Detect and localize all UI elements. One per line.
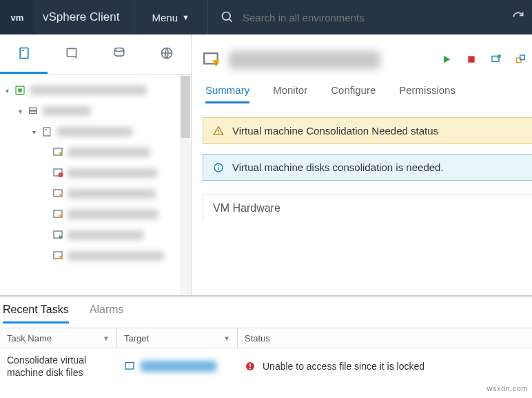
task-status-text: Unable to access file since it is locked bbox=[263, 361, 424, 372]
vm-running-icon bbox=[52, 230, 63, 241]
tree-row-vm[interactable] bbox=[3, 225, 191, 246]
task-row[interactable]: Consolidate virtual machine disk files U… bbox=[0, 348, 532, 379]
tree-row-host[interactable]: ▾ bbox=[3, 121, 191, 142]
tree-label-redacted bbox=[68, 148, 150, 157]
tab-summary[interactable]: Summary bbox=[205, 84, 249, 103]
column-status[interactable]: Status bbox=[238, 328, 532, 348]
info-icon bbox=[213, 162, 224, 173]
svg-rect-10 bbox=[30, 111, 37, 113]
column-label: Status bbox=[245, 333, 270, 344]
task-status-cell: Unable to access file since it is locked bbox=[238, 361, 532, 372]
migrate-icon bbox=[515, 54, 526, 65]
tasks-grid-header: Task Name ▼ Target ▼ Status bbox=[0, 328, 532, 348]
console-icon bbox=[491, 54, 502, 65]
refresh-icon bbox=[511, 10, 525, 23]
caret-icon[interactable]: ▾ bbox=[17, 108, 23, 115]
vm-warning-icon bbox=[52, 209, 63, 220]
vm-warning-icon bbox=[52, 188, 63, 199]
watermark: wsxdn.com bbox=[487, 384, 528, 392]
column-label: Target bbox=[124, 333, 149, 344]
app-title: vSphere Client bbox=[34, 10, 134, 24]
main-pane: ! Summary Monitor Configure bbox=[192, 34, 532, 295]
vm-logo: vm bbox=[0, 0, 34, 34]
vcenter-icon bbox=[14, 85, 25, 96]
scrollbar-thumb[interactable] bbox=[181, 76, 190, 138]
svg-rect-9 bbox=[30, 108, 37, 110]
tree-label-redacted bbox=[68, 210, 158, 219]
svg-rect-4 bbox=[67, 48, 76, 57]
tab-recent-tasks[interactable]: Recent Tasks bbox=[3, 304, 69, 324]
svg-text:!: ! bbox=[60, 152, 61, 156]
chevron-down-icon: ▼ bbox=[103, 335, 110, 342]
menu-label: Menu bbox=[152, 12, 178, 23]
tree-row-vm[interactable]: ! bbox=[3, 163, 191, 183]
tab-monitor[interactable]: Monitor bbox=[273, 84, 307, 103]
alert-warning: Virtual machine Consolidation Needed sta… bbox=[203, 117, 532, 144]
global-search[interactable] bbox=[208, 10, 398, 24]
bottom-tabs: Recent Tasks Alarms bbox=[0, 297, 532, 324]
vms-templates-tab[interactable] bbox=[48, 34, 95, 74]
vms-icon bbox=[65, 46, 79, 60]
vm-hardware-panel[interactable]: VM Hardware bbox=[203, 195, 532, 221]
vm-action-bar bbox=[441, 54, 532, 67]
power-on-button[interactable] bbox=[441, 54, 452, 67]
panel-title: VM Hardware bbox=[213, 202, 280, 214]
alert-info-text: Virtual machine disks consolidation is n… bbox=[232, 161, 444, 173]
tree-label-redacted bbox=[68, 230, 143, 240]
error-icon bbox=[245, 361, 256, 372]
svg-text:!: ! bbox=[60, 173, 61, 177]
inventory-tree[interactable]: ▾ ▾ ▾ bbox=[0, 74, 191, 295]
inventory-navigator: ▾ ▾ ▾ bbox=[0, 34, 192, 295]
tab-permissions[interactable]: Permissions bbox=[399, 84, 456, 103]
network-icon bbox=[160, 46, 174, 60]
migrate-button[interactable] bbox=[515, 54, 526, 67]
search-input[interactable] bbox=[241, 11, 386, 24]
hosts-clusters-tab[interactable] bbox=[0, 34, 48, 74]
vm-warning-icon bbox=[52, 250, 63, 261]
search-icon bbox=[221, 10, 234, 24]
storage-tab[interactable] bbox=[96, 34, 143, 74]
tree-scrollbar[interactable] bbox=[180, 74, 191, 295]
svg-line-1 bbox=[229, 19, 232, 22]
menu-dropdown[interactable]: Menu ▼ bbox=[134, 12, 207, 23]
chevron-down-icon: ▼ bbox=[223, 335, 230, 342]
vm-icon bbox=[124, 361, 135, 372]
networking-tab[interactable] bbox=[143, 34, 191, 74]
column-task-name[interactable]: Task Name ▼ bbox=[0, 328, 117, 348]
alert-warning-text: Virtual machine Consolidation Needed sta… bbox=[232, 125, 438, 137]
power-off-button[interactable] bbox=[466, 54, 477, 67]
tree-row-vm[interactable] bbox=[3, 204, 191, 225]
task-target-redacted bbox=[141, 361, 216, 372]
inventory-tabs bbox=[0, 34, 191, 74]
task-target-cell[interactable] bbox=[117, 361, 238, 372]
tree-label-redacted bbox=[57, 127, 132, 137]
svg-point-38 bbox=[218, 132, 219, 134]
storage-icon bbox=[112, 46, 126, 60]
tree-row-vm[interactable] bbox=[3, 183, 191, 204]
svg-marker-30 bbox=[444, 55, 450, 63]
tree-row-vcenter[interactable]: ▾ bbox=[3, 80, 191, 101]
svg-point-40 bbox=[218, 165, 219, 166]
tab-configure[interactable]: Configure bbox=[331, 84, 376, 103]
svg-rect-42 bbox=[125, 363, 134, 369]
detail-tabs: Summary Monitor Configure Permissions bbox=[203, 84, 532, 103]
caret-icon[interactable]: ▾ bbox=[3, 87, 10, 94]
vm-name-redacted bbox=[229, 51, 380, 69]
tree-row-vm[interactable]: ! bbox=[3, 142, 191, 163]
caret-icon[interactable]: ▾ bbox=[30, 128, 37, 136]
tree-row-vm[interactable] bbox=[3, 246, 191, 266]
column-label: Task Name bbox=[7, 333, 52, 344]
column-target[interactable]: Target ▼ bbox=[117, 328, 238, 348]
vm-error-icon: ! bbox=[52, 168, 63, 179]
datacenter-icon bbox=[28, 106, 39, 117]
tab-alarms[interactable]: Alarms bbox=[90, 304, 124, 324]
launch-console-button[interactable] bbox=[491, 54, 502, 67]
bottom-panel: Recent Tasks Alarms Task Name ▼ Target ▼… bbox=[0, 295, 532, 398]
refresh-button[interactable] bbox=[511, 10, 532, 26]
svg-rect-31 bbox=[468, 56, 474, 62]
chevron-down-icon: ▼ bbox=[182, 13, 190, 21]
tree-row-datacenter[interactable]: ▾ bbox=[3, 101, 191, 121]
vm-warning-icon: ! bbox=[203, 51, 221, 69]
svg-point-45 bbox=[249, 368, 251, 370]
alert-info: Virtual machine disks consolidation is n… bbox=[203, 154, 532, 181]
